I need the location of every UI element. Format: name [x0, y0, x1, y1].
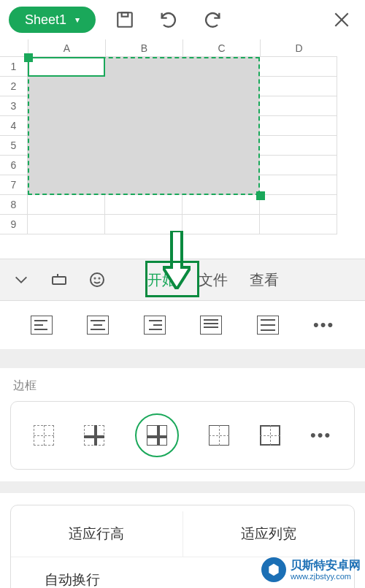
watermark: 贝斯特安卓网 www.zjbstyy.com	[261, 557, 361, 582]
border-inside-button[interactable]	[84, 425, 104, 446]
more-border-button[interactable]: •••	[310, 426, 331, 445]
col-header-d[interactable]: D	[260, 39, 337, 57]
undo-button[interactable]	[154, 5, 183, 34]
row-header[interactable]: 9	[0, 215, 28, 234]
keyboard-button[interactable]	[47, 267, 72, 292]
selection-handle-tl[interactable]	[24, 53, 33, 62]
tab-file[interactable]: 文件	[194, 267, 232, 293]
col-header-c[interactable]: C	[182, 39, 260, 57]
watermark-name: 贝斯特安卓网	[291, 559, 361, 572]
sheet-tab-button[interactable]: Sheet1 ▾	[9, 7, 96, 33]
border-all-button[interactable]	[135, 413, 179, 457]
svg-point-7	[95, 278, 96, 279]
align-right-button[interactable]	[144, 316, 166, 335]
collapse-panel-button[interactable]	[9, 267, 34, 292]
redo-button[interactable]	[198, 5, 227, 34]
watermark-logo-icon	[261, 557, 286, 582]
tab-view[interactable]: 查看	[245, 267, 283, 293]
row-header[interactable]: 6	[0, 156, 28, 175]
chevron-down-icon: ▾	[75, 15, 80, 25]
row-header[interactable]: 3	[0, 96, 28, 116]
column-headers: A B C D	[0, 39, 365, 57]
border-thick-button[interactable]	[260, 425, 280, 446]
face-icon	[88, 271, 106, 289]
save-button[interactable]	[110, 5, 139, 34]
assistant-button[interactable]	[85, 267, 110, 292]
keyboard-icon	[50, 271, 68, 289]
col-header-b[interactable]: B	[105, 39, 182, 57]
close-button[interactable]	[327, 5, 356, 34]
row-header[interactable]: 2	[0, 77, 28, 96]
align-center-button[interactable]	[87, 316, 109, 335]
align-middle-button[interactable]	[257, 316, 279, 335]
top-toolbar: Sheet1 ▾	[0, 0, 365, 39]
row-header[interactable]: 5	[0, 136, 28, 156]
row-header[interactable]: 4	[0, 116, 28, 136]
align-left-button[interactable]	[31, 316, 53, 335]
sheet-name: Sheet1	[25, 12, 66, 28]
close-icon	[332, 10, 351, 29]
redo-icon	[202, 9, 223, 30]
svg-point-8	[99, 278, 100, 279]
fit-row-height-button[interactable]: 适应行高	[11, 511, 183, 557]
row-header[interactable]: 7	[0, 175, 28, 195]
border-section-title: 边框	[0, 368, 365, 401]
more-align-button[interactable]: •••	[313, 316, 334, 335]
fit-col-width-button[interactable]: 适应列宽	[183, 511, 355, 557]
active-cell	[28, 57, 105, 77]
align-top-button[interactable]	[200, 316, 222, 335]
undo-icon	[158, 9, 179, 30]
chevron-down-icon	[13, 272, 29, 288]
svg-point-6	[91, 273, 104, 286]
border-outside-button[interactable]	[209, 425, 229, 446]
save-icon	[115, 10, 134, 29]
annotation-arrow-icon	[163, 231, 191, 289]
spreadsheet-grid[interactable]: A B C D 1 2 3 4 5 6 7 8 9	[0, 39, 365, 259]
col-header-a[interactable]: A	[28, 39, 105, 57]
border-toolbar: •••	[10, 401, 355, 470]
watermark-url: www.zjbstyy.com	[291, 572, 361, 581]
selection-border	[28, 57, 260, 195]
selection-handle-br[interactable]	[256, 191, 265, 200]
row-header[interactable]: 8	[0, 195, 28, 215]
border-none-button[interactable]	[34, 425, 54, 446]
svg-rect-0	[118, 12, 132, 27]
svg-rect-1	[122, 12, 128, 16]
svg-rect-4	[53, 277, 66, 284]
alignment-toolbar: •••	[0, 301, 365, 356]
